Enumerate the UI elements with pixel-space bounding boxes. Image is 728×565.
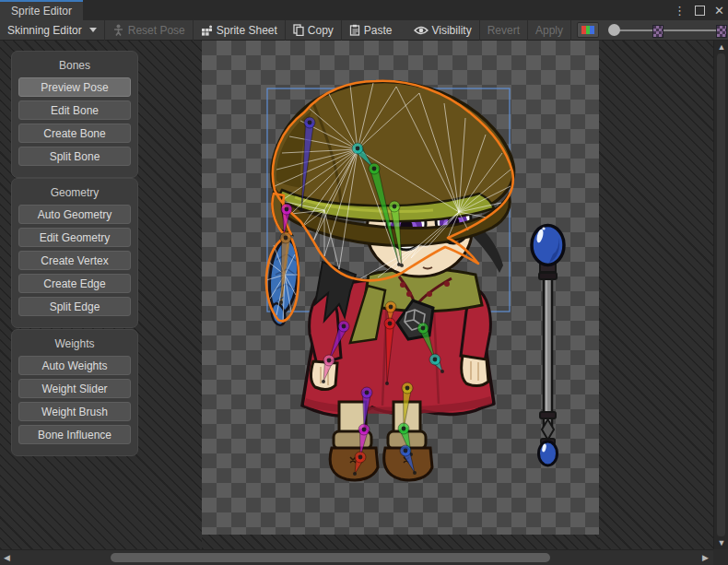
canvas-viewport[interactable] xyxy=(202,41,599,535)
bone-color-swatch-button[interactable] xyxy=(577,22,599,38)
sprite-alpha-icon xyxy=(652,25,663,38)
paste-icon xyxy=(349,24,360,36)
maximize-icon[interactable] xyxy=(695,6,705,16)
eye-icon xyxy=(414,25,429,36)
close-icon[interactable]: ✕ xyxy=(714,5,724,17)
edit-geometry-button[interactable]: Edit Geometry xyxy=(18,228,131,247)
split-edge-button[interactable]: Split Edge xyxy=(18,297,131,316)
horizontal-scroll-thumb[interactable] xyxy=(111,553,550,562)
slider-track[interactable] xyxy=(610,29,722,31)
slider-handle[interactable] xyxy=(608,24,620,36)
character-sprite[interactable] xyxy=(266,82,514,480)
bone-influence-button[interactable]: Bone Influence xyxy=(18,425,131,444)
tool-sidebar: BonesPreview PoseEdit BoneCreate BoneSpl… xyxy=(0,41,202,549)
scrollbar-corner xyxy=(713,549,728,565)
weight-brush-button[interactable]: Weight Brush xyxy=(18,402,131,421)
sprite-sheet-icon xyxy=(201,24,213,36)
mesh-alpha-icon xyxy=(716,25,727,38)
sprite-sheet-button[interactable]: Sprite Sheet xyxy=(194,20,285,41)
scroll-right-icon[interactable]: ▶ xyxy=(702,552,709,563)
panel-weights: WeightsAuto WeightsWeight SliderWeight B… xyxy=(11,329,138,456)
split-bone-button[interactable]: Split Bone xyxy=(18,147,131,166)
panel-bones: BonesPreview PoseEdit BoneCreate BoneSpl… xyxy=(11,51,138,178)
auto-weights-button[interactable]: Auto Weights xyxy=(18,356,131,375)
edit-bone-button[interactable]: Edit Bone xyxy=(18,100,131,120)
toolbar: Skinning Editor Reset Pose Sprite Sheet xyxy=(0,20,728,41)
reset-pose-icon xyxy=(112,24,124,36)
window-menu-icon[interactable]: ⋮ xyxy=(674,5,686,17)
revert-button[interactable]: Revert xyxy=(480,20,527,41)
panel-title: Geometry xyxy=(12,183,137,205)
tab-label: Sprite Editor xyxy=(11,5,72,18)
scroll-down-icon[interactable]: ▼ xyxy=(714,538,728,547)
vertical-scrollbar[interactable]: ▲ ▼ xyxy=(713,41,728,549)
apply-button[interactable]: Apply xyxy=(528,20,570,41)
visibility-button[interactable]: Visibility xyxy=(406,20,479,41)
create-vertex-button[interactable]: Create Vertex xyxy=(18,251,131,270)
create-bone-button[interactable]: Create Bone xyxy=(18,124,131,143)
scroll-left-icon[interactable]: ◀ xyxy=(4,552,10,563)
copy-icon xyxy=(293,24,304,36)
chevron-down-icon xyxy=(89,28,97,32)
staff-sprite[interactable] xyxy=(532,226,564,466)
mesh-opacity-slider[interactable] xyxy=(605,20,726,41)
auto-geometry-button[interactable]: Auto Geometry xyxy=(18,205,131,224)
sprite-canvas[interactable] xyxy=(202,41,599,535)
scroll-up-icon[interactable]: ▲ xyxy=(714,42,728,52)
canvas-right-gutter xyxy=(599,41,713,549)
tab-sprite-editor[interactable]: Sprite Editor xyxy=(0,0,83,20)
panel-geometry: GeometryAuto GeometryEdit GeometryCreate… xyxy=(11,178,138,328)
paste-button[interactable]: Paste xyxy=(342,20,400,41)
sprite-editor-window: Sprite Editor ⋮ ✕ Skinning Editor Reset … xyxy=(0,0,728,565)
create-edge-button[interactable]: Create Edge xyxy=(18,274,131,293)
panel-title: Weights xyxy=(12,335,137,356)
copy-button[interactable]: Copy xyxy=(286,20,341,41)
preview-pose-button[interactable]: Preview Pose xyxy=(18,77,131,97)
canvas-lower-gutter xyxy=(202,535,599,549)
weight-slider-button[interactable]: Weight Slider xyxy=(18,379,131,398)
title-bar: Sprite Editor ⋮ ✕ xyxy=(0,0,728,20)
mode-dropdown[interactable]: Skinning Editor xyxy=(0,20,104,41)
panel-title: Bones xyxy=(12,56,137,77)
reset-pose-button[interactable]: Reset Pose xyxy=(105,20,193,41)
rgb-swatch-icon xyxy=(581,26,594,34)
horizontal-scrollbar[interactable]: ◀ ▶ xyxy=(0,549,728,565)
vertical-scroll-thumb[interactable] xyxy=(717,53,725,536)
